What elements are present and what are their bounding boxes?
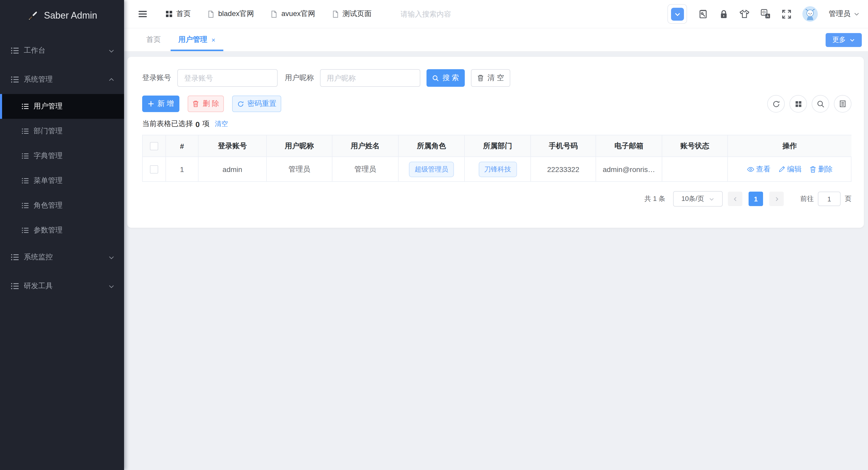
topnav-label: 首页 bbox=[176, 9, 191, 19]
account-input[interactable] bbox=[177, 69, 278, 87]
chevron-down-icon bbox=[108, 47, 115, 54]
sidebar-item-dept-mgmt[interactable]: 部门管理 bbox=[0, 119, 124, 143]
topnav-item-bladex[interactable]: bladex官网 bbox=[207, 9, 254, 19]
eye-icon bbox=[747, 166, 754, 173]
row-checkbox[interactable] bbox=[150, 165, 158, 173]
language-icon[interactable]: 中 A bbox=[761, 9, 771, 19]
prev-page-button[interactable] bbox=[728, 192, 742, 206]
header-email: 电子邮箱 bbox=[596, 135, 662, 157]
view-link[interactable]: 查看 bbox=[747, 165, 771, 174]
theme-tshirt-icon[interactable] bbox=[739, 9, 750, 19]
header-ops: 操作 bbox=[728, 135, 851, 157]
sidebar-item-system-mgmt[interactable]: 系统管理 bbox=[0, 65, 124, 94]
cell-account: admin bbox=[198, 157, 267, 182]
refresh-icon bbox=[237, 100, 244, 107]
tabs-more-button[interactable]: 更多 bbox=[826, 33, 862, 47]
list-icon bbox=[11, 46, 19, 55]
goto-page-input[interactable] bbox=[818, 192, 841, 206]
chevron-up-icon bbox=[108, 76, 115, 83]
header-status: 账号状态 bbox=[662, 135, 728, 157]
sidebar-item-label: 字典管理 bbox=[34, 151, 63, 161]
sidebar: Saber Admin 工作台 bbox=[0, 0, 124, 470]
sidebar-item-user-mgmt[interactable]: 用户管理 bbox=[0, 94, 124, 119]
add-button[interactable]: 新 增 bbox=[142, 96, 179, 112]
topnav-label: avuex官网 bbox=[281, 9, 315, 19]
select-all-checkbox[interactable] bbox=[150, 142, 158, 150]
clear-button[interactable]: 清 空 bbox=[471, 69, 510, 87]
svg-text:A: A bbox=[767, 14, 769, 18]
chevron-down-icon bbox=[849, 37, 855, 43]
topnav-item-home[interactable]: 首页 bbox=[165, 9, 191, 19]
cell-status bbox=[662, 157, 728, 182]
page-number-1[interactable]: 1 bbox=[749, 192, 763, 206]
dropdown-toggle-button[interactable] bbox=[668, 4, 687, 24]
chevron-down-icon bbox=[108, 283, 115, 290]
sidebar-item-menu-mgmt[interactable]: 菜单管理 bbox=[0, 168, 124, 193]
list-icon bbox=[22, 103, 29, 110]
sidebar-item-workbench[interactable]: 工作台 bbox=[0, 36, 124, 65]
header-role: 所属角色 bbox=[399, 135, 465, 157]
header-nickname: 用户昵称 bbox=[267, 135, 333, 157]
more-label: 更多 bbox=[832, 35, 846, 44]
user-menu[interactable]: 管理员 bbox=[829, 9, 860, 19]
delete-button[interactable]: 删 除 bbox=[188, 96, 224, 112]
sidebar-item-label: 角色管理 bbox=[34, 201, 63, 210]
tab-user-mgmt[interactable]: 用户管理 × bbox=[169, 28, 224, 51]
search-toggle-button[interactable] bbox=[812, 95, 829, 112]
document-icon bbox=[271, 10, 278, 18]
search-button[interactable]: 搜 索 bbox=[427, 69, 465, 87]
close-icon[interactable]: × bbox=[212, 36, 215, 44]
sidebar-item-dev-tools[interactable]: 研发工具 bbox=[0, 272, 124, 301]
page-size-select[interactable]: 10条/页 bbox=[673, 191, 723, 207]
user-avatar[interactable] bbox=[802, 6, 818, 22]
list-icon bbox=[22, 202, 29, 209]
search-icon bbox=[432, 75, 439, 81]
sidebar-item-system-monitor[interactable]: 系统监控 bbox=[0, 243, 124, 272]
chevron-down-icon bbox=[854, 11, 860, 17]
chevron-down-icon bbox=[108, 254, 115, 261]
main-area: 首页 bladex官网 avuex官 bbox=[124, 0, 868, 470]
sidebar-item-label: 系统管理 bbox=[24, 75, 53, 84]
dept-tag: 刀锋科技 bbox=[478, 161, 517, 177]
tab-label: 用户管理 bbox=[178, 35, 207, 44]
page-size-value: 10条/页 bbox=[681, 194, 704, 203]
topnav-item-test-page[interactable]: 测试页面 bbox=[332, 9, 371, 19]
chevron-down-icon bbox=[709, 196, 714, 202]
sidebar-item-label: 用户管理 bbox=[34, 102, 63, 111]
page-content: 登录账号 用户昵称 搜 索 bbox=[124, 52, 868, 470]
next-page-button[interactable] bbox=[769, 192, 784, 206]
reset-password-button[interactable]: 密码重置 bbox=[232, 96, 281, 112]
delete-link[interactable]: 删除 bbox=[809, 165, 833, 174]
pagination-total: 共 1 条 bbox=[644, 194, 665, 203]
cell-ops: 查看 编辑 bbox=[728, 157, 851, 182]
sidebar-item-role-mgmt[interactable]: 角色管理 bbox=[0, 193, 124, 218]
sidebar-item-label: 系统监控 bbox=[24, 253, 53, 262]
selection-clear-link[interactable]: 清空 bbox=[215, 119, 228, 129]
cell-nickname: 管理员 bbox=[267, 157, 333, 182]
fullscreen-icon[interactable] bbox=[782, 9, 792, 19]
app-logo[interactable]: Saber Admin bbox=[0, 0, 124, 31]
column-settings-button[interactable] bbox=[834, 95, 851, 112]
lock-icon[interactable] bbox=[719, 9, 728, 19]
column-grid-button[interactable] bbox=[789, 95, 807, 112]
pagination: 共 1 条 10条/页 1 前往 bbox=[142, 191, 851, 207]
header-name: 用户姓名 bbox=[333, 135, 399, 157]
trash-icon bbox=[477, 74, 484, 81]
collapse-menu-icon[interactable] bbox=[137, 9, 148, 19]
nickname-label: 用户昵称 bbox=[285, 73, 314, 82]
global-search-input[interactable] bbox=[399, 9, 557, 19]
sidebar-item-dict-mgmt[interactable]: 字典管理 bbox=[0, 143, 124, 168]
plus-icon bbox=[148, 101, 154, 107]
header-index: # bbox=[166, 135, 198, 157]
tab-home[interactable]: 首页 bbox=[137, 28, 169, 51]
sidebar-item-param-mgmt[interactable]: 参数管理 bbox=[0, 218, 124, 243]
workbench-icon[interactable] bbox=[698, 9, 708, 19]
topnav-item-avuex[interactable]: avuex官网 bbox=[271, 9, 315, 19]
cell-name: 管理员 bbox=[333, 157, 399, 182]
account-label: 登录账号 bbox=[142, 73, 171, 82]
nickname-input[interactable] bbox=[320, 69, 420, 87]
topbar-actions: 中 A bbox=[668, 4, 860, 24]
page-unit-label: 页 bbox=[845, 194, 851, 203]
refresh-button[interactable] bbox=[767, 95, 785, 112]
edit-link[interactable]: 编辑 bbox=[778, 165, 802, 174]
